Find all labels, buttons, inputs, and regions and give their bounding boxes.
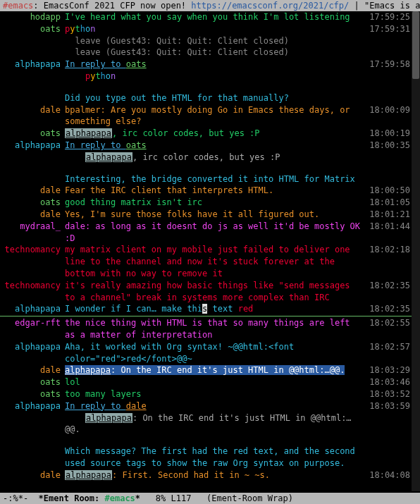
topic-post: | "Emacs is a co	[349, 1, 420, 11]
nick: alphapapa	[0, 341, 65, 353]
message-body: Aha, it worked with Org syntax! ~@@html:…	[65, 341, 365, 365]
message-body: it's really amazing how basic things lik…	[65, 280, 365, 304]
nick: alphapapa	[0, 140, 65, 152]
timestamp: 18:02:18	[365, 244, 412, 256]
topic-pre: : EmacsConf 2021 CFP now open!	[33, 1, 191, 11]
message-body: alphapapa: First. Second had it in ~ ~s.	[65, 469, 365, 481]
topic-link[interactable]: https://emacsconf.org/2021/cfp/	[191, 1, 349, 11]
message-row: dalealphapapa: On the IRC end it's just …	[0, 364, 412, 376]
timestamp: 18:00:19	[365, 128, 412, 140]
message-row: mydraal_dale: as long as it doesnt do js…	[0, 221, 412, 245]
modeline-room-label: *Ement Room:	[39, 493, 105, 503]
message-body: In reply to dale	[65, 400, 365, 412]
nick: oats	[0, 388, 65, 400]
nick: alphapapa	[0, 400, 65, 412]
header-bar: #emacs: EmacsConf 2021 CFP now open! htt…	[0, 0, 420, 11]
message-row: daleFear the IRC client that interprets …	[0, 185, 412, 197]
message-body: Did you type out the HTML for that manua…	[65, 92, 365, 104]
message-body: lol	[65, 376, 365, 388]
nick: dale	[0, 104, 65, 116]
nick: dale	[0, 185, 65, 197]
modeline-left: -:%*-	[3, 493, 28, 503]
message-row: dalealphapapa: First. Second had it in ~…	[0, 469, 412, 481]
timestamp: 18:00:09	[365, 104, 412, 116]
message-row: oatsalphapapa, irc color codes, but yes …	[0, 128, 412, 140]
message-body: python	[65, 23, 365, 35]
timestamp: 18:02:55	[365, 317, 412, 329]
message-row: oatslol18:03:46	[0, 376, 412, 388]
nick: mydraal_	[0, 221, 65, 233]
message-row: python	[0, 70, 412, 82]
timestamp: 18:03:52	[365, 388, 412, 400]
message-body: python	[65, 70, 365, 82]
message-body: good thing matrix isn't irc	[65, 197, 365, 209]
spacer	[0, 82, 412, 92]
message-row: leave (Guest43: Quit: Quit: Client close…	[0, 47, 412, 59]
message-row: oatspython17:59:31	[0, 23, 412, 35]
timestamp: 18:02:35	[365, 280, 412, 292]
nick: oats	[0, 23, 65, 35]
message-row: Which message? The first had the red tex…	[0, 445, 412, 469]
nick: alphapapa	[0, 59, 65, 70]
message-row: leave (Guest43: Quit: Quit: Client close…	[0, 35, 412, 47]
scrollbar[interactable]	[412, 11, 420, 491]
message-body: In reply to oats	[65, 140, 365, 152]
message-body: bpalmer: Are you mostly doing Go in Emac…	[65, 104, 365, 128]
timestamp: 18:00:50	[365, 185, 412, 197]
message-body: I wonder if I can… make this text red	[65, 303, 365, 315]
message-row: alphapapaIn reply to oats17:59:58	[0, 59, 412, 70]
message-body: alphapapa, irc color codes, but yes :P	[65, 128, 365, 140]
message-row: oatstoo many layers18:03:52	[0, 388, 412, 400]
timestamp: 18:02:57	[365, 341, 412, 353]
modeline-pos: 8%	[156, 493, 166, 503]
message-body: my matrix client on my mobile just faile…	[65, 244, 365, 279]
scrollbar-thumb[interactable]	[412, 11, 419, 79]
timestamp: 17:59:58	[365, 59, 412, 70]
nick: oats	[0, 197, 65, 209]
timestamp: 18:03:59	[365, 400, 412, 412]
timestamp: 18:03:29	[365, 364, 412, 376]
message-row: technomancyit's really amazing how basic…	[0, 280, 412, 304]
message-row: oatsgood thing matrix isn't irc18:01:05	[0, 197, 412, 209]
spacer	[0, 164, 412, 173]
nick: technomancy	[0, 244, 65, 256]
message-area[interactable]: hodappI've heard what you say when you t…	[0, 11, 412, 491]
message-body: In reply to oats	[65, 59, 365, 70]
message-body: Interesting, the bridge converted it int…	[65, 173, 365, 185]
channel-name: #emacs	[3, 1, 33, 11]
message-row: alphapapaI wonder if I can… make this te…	[0, 303, 412, 315]
modeline-mode: (Ement-Room Wrap)	[206, 493, 293, 503]
divider	[0, 316, 412, 316]
message-body: alphapapa: On the IRC end it's just HTML…	[65, 412, 365, 436]
message-body: the nice thing with HTML is that so many…	[65, 317, 365, 341]
modeline-room-name: #emacs	[105, 493, 135, 503]
message-row: technomancymy matrix client on my mobile…	[0, 244, 412, 279]
timestamp: 18:01:21	[365, 209, 412, 221]
message-body: Yes, I'm sure those folks have it all fi…	[65, 209, 365, 221]
message-row: hodappI've heard what you say when you t…	[0, 11, 412, 23]
message-body: too many layers	[65, 388, 365, 400]
timestamp: 18:00:35	[365, 140, 412, 152]
message-row: alphapapa, irc color codes, but yes :P	[0, 152, 412, 164]
nick: oats	[0, 128, 65, 140]
timestamp: 18:01:05	[365, 197, 412, 209]
timestamp: 18:04:08	[365, 469, 412, 481]
nick: oats	[0, 376, 65, 388]
timestamp: 18:01:44	[365, 221, 412, 233]
message-body: alphapapa: On the IRC end it's just HTML…	[65, 364, 365, 376]
message-row: alphapapaIn reply to oats18:00:35	[0, 140, 412, 152]
message-row: Interesting, the bridge converted it int…	[0, 173, 412, 185]
timestamp: 17:59:31	[365, 23, 412, 35]
timestamp: 17:59:25	[365, 11, 412, 23]
message-body: leave (Guest43: Quit: Quit: Client close…	[65, 35, 365, 47]
message-body: leave (Guest43: Quit: Quit: Client close…	[65, 47, 365, 59]
message-row: daleYes, I'm sure those folks have it al…	[0, 209, 412, 221]
message-row: alphapapaAha, it worked with Org syntax!…	[0, 341, 412, 365]
nick: hodapp	[0, 11, 65, 23]
message-row: dalebpalmer: Are you mostly doing Go in …	[0, 104, 412, 128]
nick: edgar-rft	[0, 317, 65, 329]
message-body: Fear the IRC client that interprets HTML…	[65, 185, 365, 197]
message-body: Which message? The first had the red tex…	[65, 445, 365, 469]
nick: alphapapa	[0, 303, 65, 315]
message-row: alphapapa: On the IRC end it's just HTML…	[0, 412, 412, 436]
